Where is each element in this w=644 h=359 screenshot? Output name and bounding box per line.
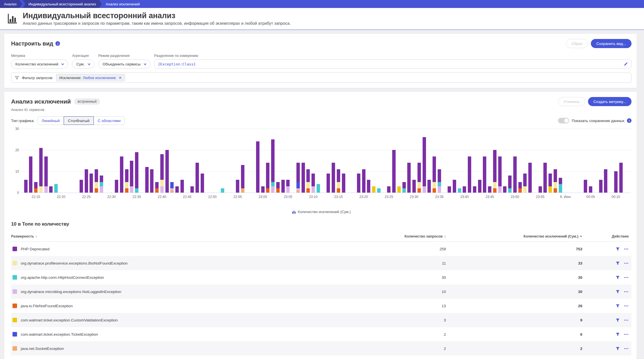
row-filter-button[interactable] [616,275,620,280]
data-retention-toggle[interactable] [558,118,569,123]
stacked-bar[interactable] [372,186,375,193]
stacked-bar[interactable] [236,180,239,193]
stacked-bar[interactable] [160,154,164,193]
stacked-bar[interactable] [196,163,199,193]
stacked-bar[interactable] [614,171,618,193]
remove-filter-icon[interactable]: ✕ [119,76,122,80]
stacked-bar[interactable] [402,182,406,193]
stacked-bar[interactable] [498,156,502,193]
stacked-bar[interactable] [559,178,562,193]
row-more-button[interactable]: ••• [624,333,629,336]
stacked-bar[interactable] [453,180,456,193]
stacked-bar[interactable] [150,169,153,193]
column-dimension[interactable]: Размерность ▲▼ [11,234,312,238]
stacked-bar[interactable] [463,186,466,193]
aggregation-select[interactable]: Сум. [72,59,94,69]
column-request-count[interactable]: Количество запросов ▲▼ [312,234,446,238]
row-more-button[interactable]: ••• [624,276,629,279]
stacked-bar[interactable] [80,180,83,193]
stacked-bar[interactable] [90,174,93,193]
save-view-button[interactable]: Сохранить вид... [591,39,631,48]
stacked-bar[interactable] [549,174,552,193]
stacked-bar[interactable] [528,163,532,193]
stacked-bar[interactable] [483,156,486,193]
stacked-bar[interactable] [503,186,506,193]
stacked-bar[interactable] [412,180,416,193]
stacked-bar[interactable] [523,174,527,193]
stacked-bar[interactable] [29,156,32,193]
chart-type-area[interactable]: С областями [94,116,125,125]
row-filter-button[interactable] [616,318,620,322]
stacked-bar[interactable] [543,163,547,193]
breadcrumb-item-mda[interactable]: Индивидуальный всесторонний анализ [23,0,102,8]
row-filter-button[interactable] [616,304,620,308]
stacked-bar[interactable] [165,150,169,193]
reset-button[interactable]: Сброс [566,39,588,48]
stacked-bar[interactable] [175,186,179,193]
row-filter-button[interactable] [616,261,620,265]
stacked-bar[interactable] [190,186,194,193]
stacked-bar[interactable] [130,161,133,193]
refine-button[interactable]: Уточнить [558,97,585,106]
stacked-bar[interactable] [342,174,345,193]
stacked-bar[interactable] [125,169,128,193]
stacked-bar[interactable] [473,186,476,193]
stacked-bar[interactable] [332,163,335,193]
stacked-bar[interactable] [604,169,607,193]
stacked-bar[interactable] [95,169,98,193]
stacked-bar[interactable] [24,180,28,193]
stacked-bar[interactable] [488,186,491,193]
stacked-bar[interactable] [387,186,390,193]
dimension-input[interactable]: {Exception:Class} [154,59,631,69]
stacked-bar[interactable] [100,176,103,193]
stacked-bar[interactable] [357,174,360,193]
column-exception-count[interactable]: Количество исключений (Сум.) ▼ [446,234,582,238]
stacked-bar[interactable] [478,180,481,193]
create-metric-button[interactable]: Создать метрику... [588,97,631,106]
row-more-button[interactable]: ••• [624,247,629,251]
stacked-bar[interactable] [493,150,496,193]
info-icon[interactable]: i [627,118,631,123]
stacked-bar[interactable] [256,141,259,193]
row-filter-button[interactable] [616,332,620,337]
row-more-button[interactable]: ••• [624,290,629,293]
stacked-bar[interactable] [518,182,522,193]
stacked-bar[interactable] [135,152,138,193]
stacked-bar[interactable] [266,163,269,193]
chart-legend[interactable]: Количество исключений (Сум.) [11,210,631,214]
stacked-bar[interactable] [296,163,300,193]
chart-type-line[interactable]: Линейный [37,116,64,125]
stacked-bar[interactable] [201,174,204,193]
chart-type-bar[interactable]: Столбчатый [64,116,94,125]
stacked-bar[interactable] [180,180,184,193]
stacked-bar[interactable] [539,186,542,193]
stacked-bar[interactable] [337,169,340,193]
stacked-bar[interactable] [49,186,53,193]
stacked-bar[interactable] [44,156,48,193]
stacked-bar[interactable] [120,156,123,193]
stacked-bar[interactable] [397,186,401,193]
stacked-bar[interactable] [392,150,396,193]
request-filter-bar[interactable]: Фильтр запросов: Исключение: Любое исклю… [11,73,631,83]
row-more-button[interactable]: ••• [624,318,629,322]
stacked-bar[interactable] [241,165,244,193]
stacked-bar[interactable] [39,148,43,193]
row-filter-button[interactable] [616,247,620,251]
stacked-bar[interactable] [327,174,330,193]
stacked-bar[interactable] [554,169,557,193]
stacked-bar[interactable] [362,169,365,193]
stacked-bar[interactable] [468,156,471,193]
stacked-bar[interactable] [221,188,224,193]
split-mode-select[interactable]: Объединить сервисы [98,59,150,69]
stacked-bar[interactable] [85,169,88,193]
stacked-bar[interactable] [306,169,310,193]
stacked-bar[interactable] [423,137,426,193]
row-more-button[interactable]: ••• [624,304,629,308]
stacked-bar[interactable] [407,163,411,193]
stacked-bar[interactable] [145,167,149,193]
stacked-bar[interactable] [508,176,512,193]
edit-pencil-icon[interactable] [624,62,628,66]
stacked-bar[interactable] [286,180,290,193]
stacked-bar[interactable] [448,186,451,193]
breadcrumb-item-analysis[interactable]: Анализ [0,0,22,8]
